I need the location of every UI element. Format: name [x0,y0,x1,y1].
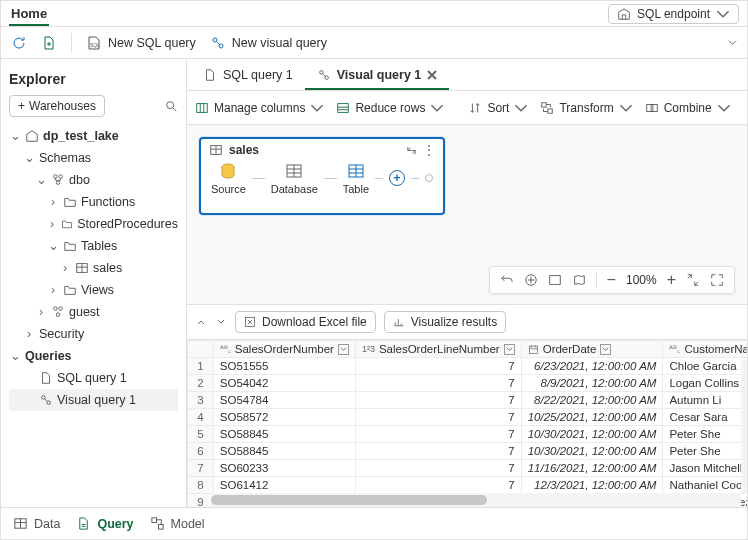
visual-query-icon [39,393,53,407]
svg-point-1 [213,38,217,42]
table-row[interactable]: 8SO61412712/3/2021, 12:00:00 AMNathaniel… [188,477,748,494]
svg-rect-17 [542,102,546,106]
footer-tab-data[interactable]: Data [13,516,60,531]
svg-point-5 [59,175,63,179]
diagram-title: sales [229,143,259,157]
svg-text:SQL: SQL [90,42,100,48]
table-row[interactable]: 4SO58572710/25/2021, 12:00:00 AMCesar Sa… [188,409,748,426]
horizontal-scrollbar[interactable] [211,493,741,507]
expand-icon[interactable] [406,145,417,156]
svg-rect-29 [549,276,560,285]
step-table[interactable]: Table [343,161,369,195]
new-item-button[interactable] [41,35,57,51]
svg-rect-31 [529,346,537,354]
transform-button[interactable]: Transform [540,101,632,115]
svg-point-3 [167,102,174,109]
tree-queries[interactable]: ⌄Queries [9,345,178,367]
zoom-toolbar: − 100% + [489,266,735,294]
ribbon-expand-icon[interactable] [728,38,737,47]
tree-guest[interactable]: ›guest [9,301,178,323]
query-diagram[interactable]: sales ⋮ Source Database Table + [199,137,445,215]
tree-dbo[interactable]: ⌄dbo [9,169,178,191]
column-header[interactable]: OrderDate [521,341,663,358]
table-row[interactable]: 2SO5404278/9/2021, 12:00:00 AMLogan Coll… [188,375,748,392]
table-row[interactable]: 7SO60233711/16/2021, 12:00:00 AMJason Mi… [188,460,748,477]
tree-schemas[interactable]: ⌄Schemas [9,147,178,169]
tree-visual-query-1[interactable]: ·Visual query 1 [9,389,178,411]
folder-icon [63,195,77,209]
tab-sql-query-1[interactable]: SQL query 1 [191,62,305,90]
results-grid[interactable]: ᴬᴮ꜀ SalesOrderNumber 1²3 SalesOrderLineN… [187,339,747,507]
add-step-button[interactable]: + [389,170,405,186]
column-dropdown-icon[interactable] [504,344,515,355]
svg-point-6 [56,181,60,185]
manage-columns-button[interactable]: Manage columns [195,101,324,115]
svg-rect-20 [651,104,657,111]
new-sql-query-button[interactable]: SQL New SQL query [86,35,196,51]
refresh-button[interactable] [11,35,27,51]
footer-tab-model[interactable]: Model [150,516,205,531]
zoom-in-button[interactable]: + [667,271,676,289]
table-row[interactable]: 1SO5155576/23/2021, 12:00:00 AMChloe Gar… [188,358,748,375]
table-row[interactable]: 3SO5478478/22/2021, 12:00:00 AMAutumn Li… [188,392,748,409]
undo-icon[interactable] [500,273,514,287]
folder-icon [61,217,73,231]
visualize-results-button[interactable]: Visualize results [384,311,506,333]
tree-db[interactable]: ⌄dp_test_lake [9,125,178,147]
svg-point-10 [56,313,60,317]
svg-rect-18 [548,108,552,112]
add-warehouses-button[interactable]: +Warehouses [9,95,105,117]
table-row[interactable]: 6SO58845710/30/2021, 12:00:00 AMPeter Sh… [188,443,748,460]
end-node [425,174,433,182]
combine-button[interactable]: Combine [645,101,731,115]
map-icon[interactable] [572,273,586,287]
expand-panel-icon[interactable] [215,316,227,328]
fit-icon[interactable] [548,273,562,287]
svg-rect-33 [151,518,156,523]
column-header[interactable]: 1²3 SalesOrderLineNumber [355,341,521,358]
vertical-scrollbar[interactable] [741,360,747,493]
tree-sql-query-1[interactable]: ·SQL query 1 [9,367,178,389]
folder-icon [63,283,77,297]
column-header[interactable]: ᴬᴮ꜀ CustomerName [663,341,747,358]
column-dropdown-icon[interactable] [600,344,611,355]
sql-file-icon [203,68,217,82]
reduce-rows-button[interactable]: Reduce rows [336,101,444,115]
tree-tables[interactable]: ⌄Tables [9,235,178,257]
sort-button[interactable]: Sort [468,101,528,115]
column-header[interactable]: ᴬᴮ꜀ SalesOrderNumber [213,341,355,358]
svg-point-14 [325,76,329,80]
more-icon[interactable]: ⋮ [423,145,435,156]
collapse-panel-icon[interactable] [195,316,207,328]
close-icon[interactable] [427,70,437,80]
svg-rect-15 [197,103,208,112]
tree-functions[interactable]: ›Functions [9,191,178,213]
footer-tab-query[interactable]: Query [76,516,133,531]
new-visual-label: New visual query [232,36,327,50]
search-icon[interactable] [164,99,178,113]
pan-icon[interactable] [524,273,538,287]
step-database[interactable]: Database [271,161,318,195]
tree-sprocs[interactable]: ›StoredProcedures [9,213,178,235]
collapse-icon[interactable] [686,273,700,287]
svg-rect-34 [158,524,163,529]
tree-views[interactable]: ›Views [9,279,178,301]
step-source[interactable]: Source [211,161,246,195]
svg-point-9 [59,307,63,311]
svg-point-13 [319,71,323,75]
schema-icon [51,173,65,187]
visual-query-icon [317,68,331,82]
endpoint-switcher[interactable]: SQL endpoint [608,4,739,24]
tree-security[interactable]: ›Security [9,323,178,345]
column-dropdown-icon[interactable] [338,344,349,355]
tab-home[interactable]: Home [9,2,49,26]
table-row[interactable]: 5SO58845710/30/2021, 12:00:00 AMPeter Sh… [188,426,748,443]
tree-table-sales[interactable]: ›sales [9,257,178,279]
zoom-out-button[interactable]: − [607,271,616,289]
tab-visual-query-1[interactable]: Visual query 1 [305,62,450,90]
new-visual-query-button[interactable]: New visual query [210,35,327,51]
download-excel-button[interactable]: Download Excel file [235,311,376,333]
table-icon [75,261,89,275]
fullscreen-icon[interactable] [710,273,724,287]
new-sql-label: New SQL query [108,36,196,50]
